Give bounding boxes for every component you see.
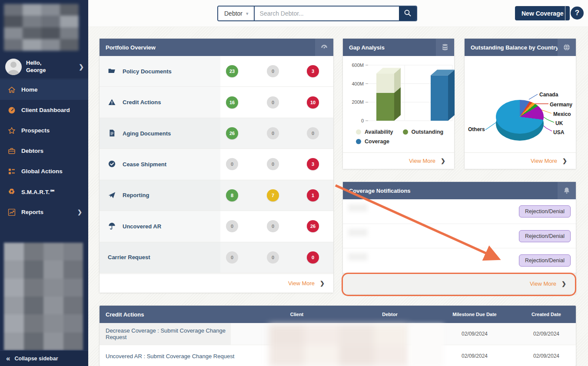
gap-analysis-legend: AvailabilityOutstandingCoverage bbox=[356, 129, 452, 148]
column-header-client: Client bbox=[247, 312, 346, 317]
count-badge-gray: 0 bbox=[226, 220, 238, 232]
collapse-sidebar-button[interactable]: « Collapse sidebar bbox=[0, 350, 88, 366]
paper-plane-icon bbox=[108, 191, 116, 200]
search-input[interactable] bbox=[255, 7, 399, 20]
portfolio-row-carrier-request[interactable]: Carrier Request000 bbox=[100, 242, 333, 273]
redacted-logo bbox=[4, 4, 79, 51]
chevron-right-icon[interactable]: ❯ bbox=[441, 158, 445, 164]
sidebar-item-debtors[interactable]: Debtors bbox=[0, 141, 88, 161]
rejection-denial-badge[interactable]: Rejection/Denial bbox=[519, 230, 571, 242]
sidebar-item-client-dashboard[interactable]: Client Dashboard bbox=[0, 100, 88, 120]
warning-icon bbox=[108, 98, 116, 107]
search-button[interactable] bbox=[399, 7, 416, 20]
portfolio-row-badges: 871 bbox=[220, 180, 333, 211]
portfolio-row-label-cell: Cease Shipment bbox=[100, 149, 220, 179]
portfolio-row-uncovered-ar[interactable]: Uncovered AR0026 bbox=[100, 211, 333, 242]
pie-label-germany: Germany bbox=[550, 102, 572, 108]
gap-analysis-view-more-link[interactable]: View More bbox=[409, 158, 435, 164]
sidebar-item-global-actions[interactable]: Global Actions bbox=[0, 161, 88, 181]
sidebar-item-label: Global Actions bbox=[21, 168, 63, 175]
portfolio-row-aging-documents[interactable]: Aging Documents2600 bbox=[100, 118, 333, 149]
sidebar-item-prospects[interactable]: Prospects bbox=[0, 120, 88, 141]
legend-item-outstanding: Outstanding bbox=[403, 129, 444, 135]
count-badge-gray: 0 bbox=[267, 65, 279, 77]
count-badge-red: 10 bbox=[307, 96, 319, 109]
count-badge-red: 1 bbox=[307, 189, 319, 201]
credit-action-row[interactable]: Decrease Coverage : Submit Coverage Chan… bbox=[100, 323, 576, 345]
column-header-debtor: Debtor bbox=[346, 312, 433, 317]
rejection-denial-badge[interactable]: Rejection/Denial bbox=[519, 254, 571, 267]
milestone-due-date: 02/09/2024 bbox=[433, 353, 516, 359]
sidebar-item-s-m-a-r-t[interactable]: ♻S.M.A.R.T.℠ bbox=[0, 181, 88, 202]
portfolio-view-more-link[interactable]: View More bbox=[288, 280, 315, 287]
chevron-right-icon[interactable]: ❯ bbox=[320, 280, 325, 287]
balance-by-country-title: Outstanding Balance by Country bbox=[471, 44, 558, 51]
notification-row[interactable]: Rejection/Denial bbox=[343, 224, 576, 249]
portfolio-row-policy-documents[interactable]: Policy Documents2303 bbox=[100, 56, 333, 87]
pie-label-others: Others bbox=[468, 126, 485, 132]
sidebar-item-home[interactable]: Home bbox=[0, 79, 88, 100]
credit-action-row[interactable]: Uncovered AR : Submit Coverage Change Re… bbox=[100, 345, 576, 366]
avatar bbox=[5, 59, 22, 75]
created-date: 02/09/2024 bbox=[516, 331, 576, 337]
help-button[interactable]: ? bbox=[571, 7, 584, 20]
count-badge-green: 16 bbox=[226, 96, 238, 109]
svg-text:0: 0 bbox=[361, 118, 364, 123]
topbar: Debtor ▾ New Coverage ? bbox=[88, 0, 588, 27]
pie-label-usa: USA bbox=[553, 129, 564, 135]
chevron-right-icon[interactable]: ❯ bbox=[561, 280, 566, 287]
search-icon bbox=[404, 9, 412, 18]
chevron-right-icon[interactable]: ❯ bbox=[562, 158, 567, 164]
search-category-value: Debtor bbox=[224, 10, 243, 17]
home-icon bbox=[7, 86, 16, 94]
rejection-denial-badge[interactable]: Rejection/Denial bbox=[519, 205, 571, 218]
gap-analysis-bar-chart: 600M400M200M0 bbox=[343, 58, 455, 127]
notification-row[interactable]: Rejection/Denial bbox=[343, 248, 576, 273]
portfolio-row-cease-shipment[interactable]: Cease Shipment003 bbox=[100, 149, 333, 180]
legend-label: Availability bbox=[365, 129, 393, 135]
sidebar-item-label: Reports bbox=[21, 209, 43, 215]
column-header-milestone-due-date: Milestone Due Date bbox=[433, 312, 516, 317]
count-badge-gray: 0 bbox=[226, 251, 238, 264]
balance-by-country-footer: View More ❯ bbox=[465, 152, 576, 169]
count-badge-red: 0 bbox=[307, 251, 319, 264]
count-badge-red: 3 bbox=[307, 65, 319, 77]
dashboard-icon bbox=[7, 106, 16, 114]
count-badge-gray: 0 bbox=[267, 158, 279, 170]
portfolio-overview-header: Portfolio Overview bbox=[100, 39, 333, 56]
chevron-right-icon[interactable]: ❯ bbox=[79, 63, 84, 70]
new-coverage-button[interactable]: New Coverage bbox=[515, 6, 570, 20]
balance-by-country-header: Outstanding Balance by Country bbox=[465, 39, 576, 56]
notification-rows: Rejection/DenialRejection/DenialRejectio… bbox=[343, 199, 576, 273]
credit-action-link[interactable]: Uncovered AR : Submit Coverage Change Re… bbox=[100, 353, 247, 359]
sidebar-item-label: S.M.A.R.T.℠ bbox=[21, 188, 56, 195]
legend-item-availability: Availability bbox=[356, 129, 393, 135]
portfolio-row-label-cell: Aging Documents bbox=[100, 118, 220, 148]
portfolio-row-label: Uncovered AR bbox=[123, 223, 161, 230]
star-icon bbox=[7, 126, 16, 135]
sidebar-item-reports[interactable]: Reports❯ bbox=[0, 202, 88, 222]
credit-actions-title: Credit Actions bbox=[100, 311, 247, 318]
portfolio-row-badges: 16010 bbox=[220, 87, 333, 117]
user-profile[interactable]: Hello,George ❯ bbox=[0, 55, 88, 79]
sidebar-item-label: Client Dashboard bbox=[21, 107, 70, 113]
gap-analysis-footer: View More ❯ bbox=[343, 152, 454, 169]
portfolio-row-label: Aging Documents bbox=[123, 130, 171, 137]
portfolio-row-label-cell: Uncovered AR bbox=[100, 211, 220, 241]
notification-row[interactable]: Rejection/Denial bbox=[343, 199, 576, 224]
pie-label-mexico: Mexico bbox=[553, 111, 571, 117]
notifications-view-more-link[interactable]: View More bbox=[530, 280, 556, 287]
line-chart-icon bbox=[7, 208, 16, 216]
portfolio-row-badges: 0026 bbox=[220, 211, 333, 241]
portfolio-row-credit-actions[interactable]: Credit Actions16010 bbox=[100, 87, 333, 118]
chevron-right-icon: ❯ bbox=[77, 209, 82, 215]
briefcase-icon bbox=[7, 147, 16, 155]
credit-action-link[interactable]: Decrease Coverage : Submit Coverage Chan… bbox=[100, 327, 247, 340]
sidebar-item-label: Home bbox=[21, 86, 38, 93]
search-category-select[interactable]: Debtor ▾ bbox=[218, 7, 255, 20]
pie-disc bbox=[496, 100, 544, 134]
portfolio-row-label-cell: Reporting bbox=[100, 180, 220, 211]
portfolio-row-reporting[interactable]: Reporting871 bbox=[100, 180, 333, 211]
balance-view-more-link[interactable]: View More bbox=[531, 158, 557, 164]
search-bar: Debtor ▾ bbox=[217, 6, 417, 21]
